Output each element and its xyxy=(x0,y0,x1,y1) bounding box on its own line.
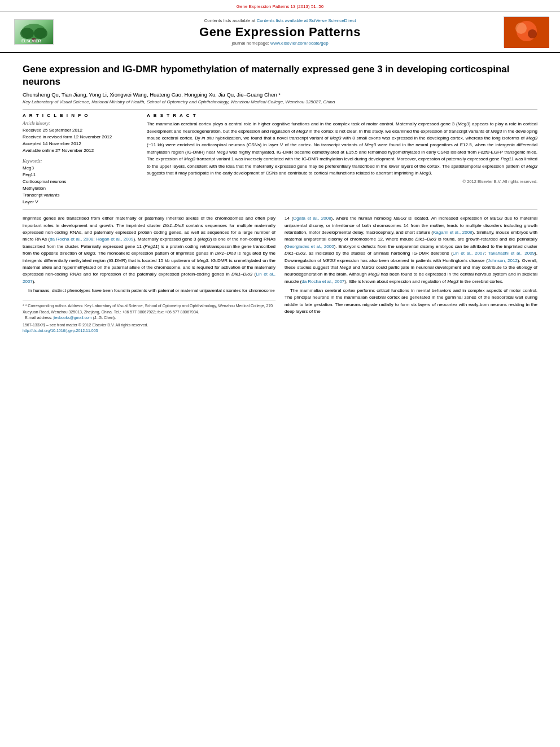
keywords-label: Keywords: xyxy=(23,159,135,164)
article-info-heading: A R T I C L E I N F O xyxy=(23,113,135,118)
doi-line: http://dx.doi.org/10.1016/j.gep.2012.11.… xyxy=(23,329,275,333)
footnote-star: * * Corresponding author. Address: Key L… xyxy=(23,303,275,315)
ref-darocha-2008[interactable]: da Rocha et al., 2008 xyxy=(50,237,93,242)
ref-hagan-2009[interactable]: Hagan et al., 2009 xyxy=(96,237,133,242)
body-para-1: Imprinted genes are transcribed from eit… xyxy=(23,215,275,285)
journal-header: ELSEVIER Contents lists available at Con… xyxy=(0,12,560,53)
abstract-heading: A B S T R A C T xyxy=(147,113,537,118)
copyright: © 2012 Elsevier B.V. All rights reserved… xyxy=(147,179,537,184)
ref-lin-2007b[interactable]: Lin et al., 2007 xyxy=(453,251,485,256)
divider-2 xyxy=(23,209,537,209)
abstract-column: A B S T R A C T The mammalian cerebral c… xyxy=(147,113,537,206)
divider xyxy=(23,109,537,110)
history-label: Article history: xyxy=(23,121,135,126)
keyword-methylation: Methylation xyxy=(23,185,135,192)
main-right-column: 14 (Ogata et al., 2008), where the human… xyxy=(285,215,537,333)
ref-johnson-2012[interactable]: Johnson, 2012 xyxy=(488,258,518,263)
ref-kagami-2008[interactable]: Kagami et al., 2008 xyxy=(433,230,473,235)
journal-title: Gene Expression Patterns xyxy=(56,25,504,40)
journal-cover-image xyxy=(504,16,549,47)
body-right-para-2: The mammalian cerebral cortex performs c… xyxy=(285,287,537,316)
contents-available-line: Contents lists available at Contents lis… xyxy=(56,18,504,23)
body-para-2: In humans, distinct phenotypes have been… xyxy=(23,287,275,294)
journal-header-center: Contents lists available at Contents lis… xyxy=(56,18,504,46)
article-info-column: A R T I C L E I N F O Article history: R… xyxy=(23,113,135,206)
footnote-section: * * Corresponding author. Address: Key L… xyxy=(23,300,275,333)
top-bar: Gene Expression Patterns 13 (2013) 51–56 xyxy=(0,0,560,12)
article-body: Gene expression and IG-DMR hypomethylati… xyxy=(0,53,560,338)
ref-ogata-2008[interactable]: Ogata et al., 2008 xyxy=(293,216,331,221)
keywords-section: Keywords: Meg3 Peg11 Corticospinal neuro… xyxy=(23,159,135,206)
homepage-url[interactable]: www.elsevier.com/locate/gep xyxy=(270,41,329,46)
ref-takahashi-2009[interactable]: Takahashi et al., 2009 xyxy=(488,251,535,256)
journal-homepage: journal homepage: www.elsevier.com/locat… xyxy=(56,41,504,46)
ref-georgiades-2000[interactable]: Georgiades et al., 2000 xyxy=(286,244,334,249)
footnote-text-content: * Corresponding author. Address: Key Lab… xyxy=(23,304,273,314)
svg-text:ELSEVIER: ELSEVIER xyxy=(21,39,41,43)
elsevier-tree-icon: ELSEVIER xyxy=(17,21,51,43)
issn-line: 1567-133X/$ – see front matter © 2012 El… xyxy=(23,323,275,327)
email-label: E-mail address: xyxy=(25,316,53,320)
elsevier-logo-image: ELSEVIER xyxy=(14,19,54,45)
sciverse-link[interactable]: Contents lists available at SciVerse Sci… xyxy=(256,18,356,23)
keyword-csn: Corticospinal neurons xyxy=(23,178,135,185)
footnote-email: E-mail address: jiesbooks@gmail.com (J.-… xyxy=(23,315,275,321)
svg-point-8 xyxy=(528,29,537,38)
email-suffix: (J.-G. Chen). xyxy=(93,316,116,320)
doi-link[interactable]: http://dx.doi.org/10.1016/j.gep.2012.11.… xyxy=(23,329,98,333)
keyword-peg11: Peg11 xyxy=(23,172,135,178)
article-title: Gene expression and IG-DMR hypomethylati… xyxy=(23,63,537,88)
received-date: Received 25 September 2012 xyxy=(23,127,135,134)
keyword-transcript: Transcript variants xyxy=(23,192,135,199)
email-address[interactable]: jiesbooks@gmail.com xyxy=(53,316,91,320)
accepted-date: Accepted 14 November 2012 xyxy=(23,141,135,147)
cover-thumbnail xyxy=(504,17,549,48)
keyword-layer: Layer V xyxy=(23,199,135,206)
journal-reference: Gene Expression Patterns 13 (2013) 51–56 xyxy=(237,4,323,9)
svg-point-7 xyxy=(515,23,527,34)
keyword-meg3: Meg3 xyxy=(23,165,135,172)
elsevier-logo: ELSEVIER xyxy=(11,19,56,45)
body-right-para-1: 14 (Ogata et al., 2008), where the human… xyxy=(285,215,537,285)
abstract-text: The mammalian cerebral cortex plays a ce… xyxy=(147,121,537,177)
svg-point-2 xyxy=(34,28,47,39)
main-content: Imprinted genes are transcribed from eit… xyxy=(23,215,537,333)
svg-point-1 xyxy=(20,28,34,39)
article-info-abstract: A R T I C L E I N F O Article history: R… xyxy=(23,113,537,206)
main-left-column: Imprinted genes are transcribed from eit… xyxy=(23,215,275,333)
affiliation: Key Laboratory of Visual Science, Nation… xyxy=(23,99,537,104)
available-date: Available online 27 November 2012 xyxy=(23,147,135,154)
authors: Chunsheng Qu, Tian Jiang, Yong Li, Xiong… xyxy=(23,91,537,98)
ref-darocha-2007[interactable]: da Rocha et al., 2007 xyxy=(301,279,344,284)
revised-date: Received in revised form 12 November 201… xyxy=(23,134,135,141)
